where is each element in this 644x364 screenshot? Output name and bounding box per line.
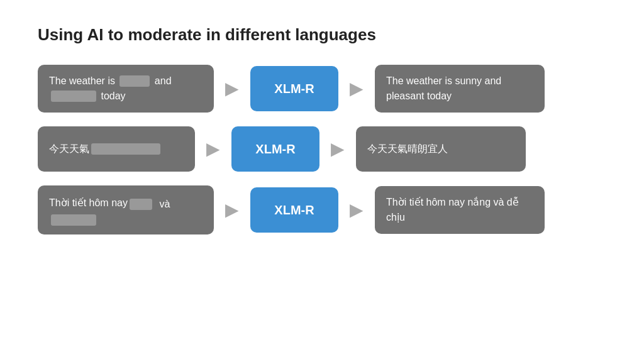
arrow-3b: ▶ (350, 201, 364, 219)
input-box-2: 今天天氣 (38, 126, 195, 172)
xlmr-box-1: XLM-R (250, 66, 338, 111)
input-text-2a: 今天天氣 (49, 141, 89, 157)
output-text-3: Thời tiết hôm nay nắng và dễ chịu (386, 195, 533, 225)
input-text-1a: The weather is (49, 74, 118, 89)
output-text-1: The weather is sunny and pleasant today (386, 74, 533, 104)
flow-row-1: The weather is and today ▶ XLM-R ▶ The w… (38, 65, 606, 113)
xlmr-label-3: XLM-R (274, 203, 314, 218)
input-box-3: Thời tiết hôm nay và (38, 185, 214, 234)
input-text-1c: today (98, 89, 126, 104)
arrow-2b: ▶ (331, 140, 345, 158)
page: Using AI to moderate in different langua… (0, 0, 644, 364)
input-text-1b: and (152, 74, 174, 89)
xlmr-label-2: XLM-R (255, 142, 295, 157)
redacted-2a (91, 143, 160, 155)
redacted-1b (51, 91, 96, 102)
output-box-3: Thời tiết hôm nay nắng và dễ chịu (375, 186, 545, 234)
xlmr-box-3: XLM-R (250, 187, 338, 233)
xlmr-label-1: XLM-R (274, 82, 314, 96)
arrow-1b: ▶ (350, 80, 364, 97)
flow-row-2: 今天天氣 ▶ XLM-R ▶ 今天天氣晴朗宜人 (38, 126, 606, 172)
redacted-1a (119, 75, 150, 87)
arrow-3a: ▶ (225, 201, 239, 219)
output-box-1: The weather is sunny and pleasant today (375, 65, 545, 113)
flow-rows: The weather is and today ▶ XLM-R ▶ The w… (38, 65, 606, 234)
output-text-2: 今天天氣晴朗宜人 (367, 141, 448, 157)
input-text-3b: và (157, 197, 173, 212)
flow-row-3: Thời tiết hôm nay và ▶ XLM-R ▶ Thời tiết… (38, 185, 606, 234)
arrow-2a: ▶ (206, 140, 220, 158)
xlmr-box-2: XLM-R (231, 126, 319, 172)
redacted-3b (51, 214, 96, 226)
output-box-2: 今天天氣晴朗宜人 (356, 126, 526, 172)
input-text-3a: Thời tiết hôm nay (49, 196, 128, 211)
page-title: Using AI to moderate in different langua… (38, 25, 606, 45)
redacted-3a (130, 199, 152, 210)
input-box-1: The weather is and today (38, 65, 214, 113)
arrow-1a: ▶ (225, 80, 239, 97)
